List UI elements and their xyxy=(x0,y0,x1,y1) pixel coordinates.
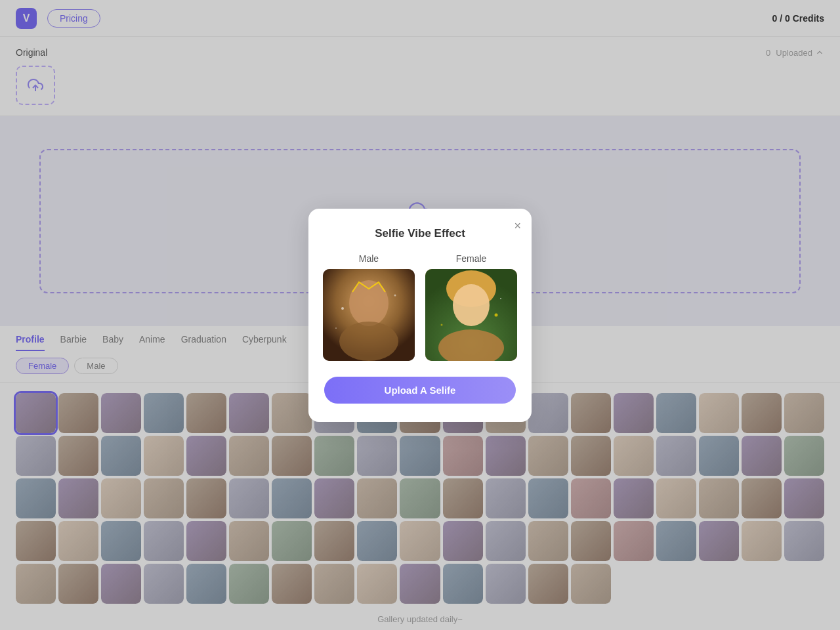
male-label: Male xyxy=(359,253,379,264)
svg-point-12 xyxy=(495,313,498,316)
male-option[interactable]: Male xyxy=(323,253,415,361)
modal-gender-row: Male xyxy=(324,253,516,361)
svg-point-10 xyxy=(453,284,490,326)
svg-point-13 xyxy=(441,324,443,326)
female-option[interactable]: Female xyxy=(425,253,517,361)
male-portrait-image xyxy=(323,269,415,361)
modal-close-button[interactable]: × xyxy=(514,219,521,233)
svg-point-14 xyxy=(500,298,501,299)
female-portrait-image xyxy=(425,269,517,361)
modal-overlay: × Selfie Vibe Effect Male xyxy=(0,0,840,630)
upload-selfie-button[interactable]: Upload A Selife xyxy=(324,377,516,404)
male-portrait[interactable] xyxy=(323,269,415,361)
svg-point-5 xyxy=(341,307,344,310)
female-portrait[interactable] xyxy=(425,269,517,361)
female-label: Female xyxy=(456,253,487,264)
selfie-vibe-modal: × Selfie Vibe Effect Male xyxy=(308,209,532,422)
svg-point-6 xyxy=(394,294,396,296)
modal-title: Selfie Vibe Effect xyxy=(324,227,516,240)
svg-point-4 xyxy=(339,322,398,361)
svg-point-7 xyxy=(335,327,337,329)
